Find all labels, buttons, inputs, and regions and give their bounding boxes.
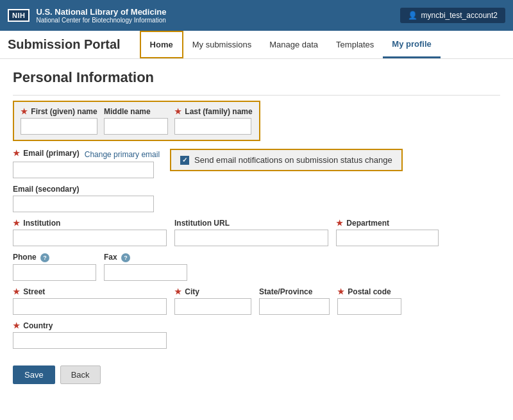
phone-input[interactable] [13, 264, 96, 281]
middle-name-group: Middle name [104, 107, 168, 135]
nav-templates[interactable]: Templates [327, 31, 383, 58]
notification-checkbox[interactable] [180, 156, 189, 165]
required-star-email: ★ [13, 149, 20, 158]
state-group: State/Province [259, 287, 330, 315]
city-input[interactable] [174, 298, 251, 315]
country-input[interactable] [13, 332, 167, 349]
fax-input[interactable] [104, 264, 187, 281]
header-user[interactable]: 👤 myncbi_test_account2 [400, 8, 505, 23]
nav-home[interactable]: Home [140, 31, 183, 58]
email-label-row: ★ Email (primary) Change primary email [13, 149, 160, 160]
last-name-label: ★ Last (family) name [174, 107, 253, 116]
phone-group: Phone ? [13, 253, 96, 281]
org-sub: National Center for Biotechnology Inform… [36, 17, 166, 24]
nav-manage-data[interactable]: Manage data [260, 31, 327, 58]
phone-label: Phone ? [13, 253, 96, 262]
back-button[interactable]: Back [60, 365, 101, 384]
email-primary-label: ★ Email (primary) [13, 149, 80, 158]
postal-group: ★ Postal code [337, 287, 401, 315]
email-primary-col: ★ Email (primary) Change primary email [13, 149, 160, 178]
state-input[interactable] [259, 298, 330, 315]
required-star-street: ★ [13, 287, 20, 296]
city-group: ★ City [174, 287, 251, 315]
secondary-email-group: Email (secondary) [13, 185, 500, 212]
address-row: ★ Street ★ City State/Province ★ Postal … [13, 287, 500, 315]
street-label: ★ Street [13, 287, 167, 296]
header-org: U.S. National Library of Medicine Nation… [36, 7, 166, 24]
nav-my-profile[interactable]: My profile [383, 31, 440, 58]
nav-links: Home My submissions Manage data Template… [140, 31, 441, 58]
change-primary-email-link[interactable]: Change primary email [85, 150, 160, 159]
nav-my-submissions[interactable]: My submissions [183, 31, 260, 58]
institution-row: ★ Institution Institution URL ★ Departme… [13, 219, 500, 246]
last-name-input[interactable] [174, 118, 251, 135]
department-group: ★ Department [336, 219, 439, 246]
fax-group: Fax ? [104, 253, 187, 281]
street-input[interactable] [13, 298, 167, 315]
main-content: Personal Information ★ First (given) nam… [0, 59, 513, 420]
fax-help-icon[interactable]: ? [121, 253, 130, 262]
nav-bar: Submission Portal Home My submissions Ma… [0, 31, 513, 59]
institution-url-input[interactable] [174, 230, 328, 246]
institution-url-group: Institution URL [174, 219, 328, 246]
page-title: Personal Information [13, 69, 500, 86]
email-secondary-input[interactable] [13, 196, 154, 212]
country-group: ★ Country [13, 321, 500, 349]
notification-box: Send email notifications on submission s… [170, 149, 403, 171]
country-row: ★ Country [13, 321, 500, 349]
fax-label: Fax ? [104, 253, 187, 262]
required-star-last: ★ [174, 107, 181, 116]
phone-help-icon[interactable]: ? [40, 253, 49, 262]
last-name-group: ★ Last (family) name [174, 107, 253, 135]
institution-group: ★ Institution [13, 219, 167, 246]
institution-input[interactable] [13, 230, 167, 246]
username-label: myncbi_test_account2 [421, 11, 498, 20]
department-label: ★ Department [336, 219, 439, 228]
required-star-department: ★ [336, 219, 343, 228]
postal-label: ★ Postal code [337, 287, 401, 296]
city-label: ★ City [174, 287, 251, 296]
department-input[interactable] [336, 230, 439, 246]
required-star-postal: ★ [337, 287, 344, 296]
state-label: State/Province [259, 287, 330, 296]
save-button[interactable]: Save [13, 365, 55, 384]
required-star-country: ★ [13, 321, 20, 330]
first-name-label: ★ First (given) name [21, 107, 97, 116]
email-primary-input[interactable] [13, 162, 154, 178]
portal-title: Submission Portal [8, 37, 121, 52]
top-header: NIH U.S. National Library of Medicine Na… [0, 0, 513, 31]
required-star-institution: ★ [13, 219, 20, 228]
first-name-input[interactable] [21, 118, 97, 135]
middle-name-input[interactable] [104, 118, 168, 135]
middle-name-label: Middle name [104, 107, 168, 116]
notification-text: Send email notifications on submission s… [194, 155, 392, 165]
name-fields-group: ★ First (given) name Middle name ★ Last … [13, 101, 260, 141]
email-section: ★ Email (primary) Change primary email S… [13, 149, 500, 178]
header-left: NIH U.S. National Library of Medicine Na… [8, 7, 166, 24]
button-row: Save Back [13, 358, 500, 387]
institution-label: ★ Institution [13, 219, 167, 228]
institution-url-label: Institution URL [174, 219, 328, 228]
section-divider [13, 95, 500, 96]
postal-input[interactable] [337, 298, 401, 315]
required-star-city: ★ [174, 287, 181, 296]
phone-fax-row: Phone ? Fax ? [13, 253, 500, 281]
street-group: ★ Street [13, 287, 167, 315]
country-label: ★ Country [13, 321, 500, 330]
email-secondary-label: Email (secondary) [13, 185, 500, 194]
required-star-first: ★ [21, 107, 28, 116]
first-name-group: ★ First (given) name [21, 107, 97, 135]
user-icon: 👤 [408, 11, 417, 20]
nih-logo: NIH [8, 9, 29, 22]
org-name: U.S. National Library of Medicine [36, 7, 166, 17]
